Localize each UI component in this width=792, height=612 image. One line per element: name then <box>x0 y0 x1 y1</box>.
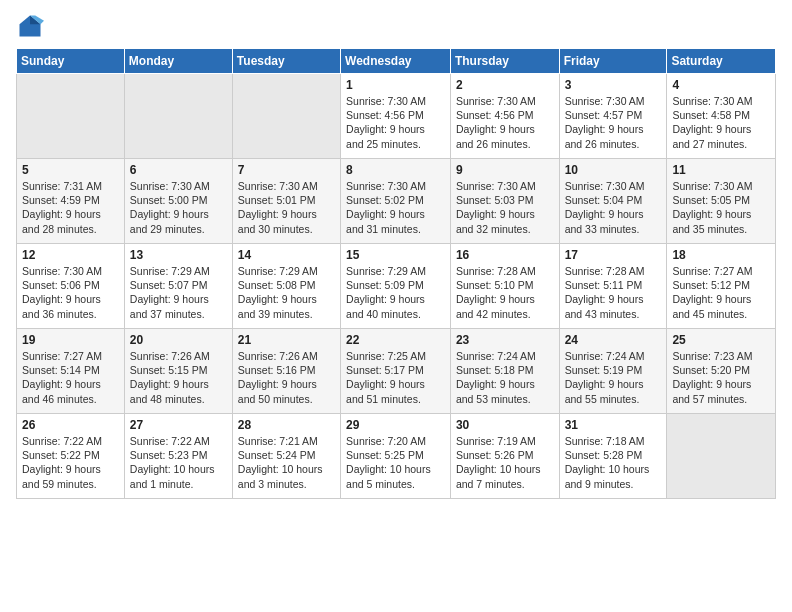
day-info: Sunrise: 7:29 AM Sunset: 5:09 PM Dayligh… <box>346 264 445 321</box>
calendar-cell: 15Sunrise: 7:29 AM Sunset: 5:09 PM Dayli… <box>341 244 451 329</box>
day-number: 23 <box>456 333 554 347</box>
calendar-cell: 1Sunrise: 7:30 AM Sunset: 4:56 PM Daylig… <box>341 74 451 159</box>
calendar-cell: 7Sunrise: 7:30 AM Sunset: 5:01 PM Daylig… <box>232 159 340 244</box>
day-info: Sunrise: 7:22 AM Sunset: 5:22 PM Dayligh… <box>22 434 119 491</box>
day-number: 19 <box>22 333 119 347</box>
day-info: Sunrise: 7:25 AM Sunset: 5:17 PM Dayligh… <box>346 349 445 406</box>
day-info: Sunrise: 7:24 AM Sunset: 5:18 PM Dayligh… <box>456 349 554 406</box>
day-info: Sunrise: 7:21 AM Sunset: 5:24 PM Dayligh… <box>238 434 335 491</box>
calendar-cell: 16Sunrise: 7:28 AM Sunset: 5:10 PM Dayli… <box>450 244 559 329</box>
logo-icon <box>16 12 44 40</box>
calendar-cell <box>232 74 340 159</box>
calendar-cell <box>124 74 232 159</box>
day-info: Sunrise: 7:29 AM Sunset: 5:08 PM Dayligh… <box>238 264 335 321</box>
day-info: Sunrise: 7:30 AM Sunset: 5:05 PM Dayligh… <box>672 179 770 236</box>
calendar-cell: 31Sunrise: 7:18 AM Sunset: 5:28 PM Dayli… <box>559 414 667 499</box>
day-info: Sunrise: 7:28 AM Sunset: 5:10 PM Dayligh… <box>456 264 554 321</box>
calendar-cell: 19Sunrise: 7:27 AM Sunset: 5:14 PM Dayli… <box>17 329 125 414</box>
calendar-cell: 6Sunrise: 7:30 AM Sunset: 5:00 PM Daylig… <box>124 159 232 244</box>
weekday-header-wednesday: Wednesday <box>341 49 451 74</box>
calendar-cell: 3Sunrise: 7:30 AM Sunset: 4:57 PM Daylig… <box>559 74 667 159</box>
calendar-cell <box>17 74 125 159</box>
day-info: Sunrise: 7:31 AM Sunset: 4:59 PM Dayligh… <box>22 179 119 236</box>
day-number: 26 <box>22 418 119 432</box>
calendar-cell: 14Sunrise: 7:29 AM Sunset: 5:08 PM Dayli… <box>232 244 340 329</box>
weekday-header-sunday: Sunday <box>17 49 125 74</box>
day-info: Sunrise: 7:30 AM Sunset: 5:03 PM Dayligh… <box>456 179 554 236</box>
calendar-cell: 22Sunrise: 7:25 AM Sunset: 5:17 PM Dayli… <box>341 329 451 414</box>
calendar-cell: 13Sunrise: 7:29 AM Sunset: 5:07 PM Dayli… <box>124 244 232 329</box>
day-info: Sunrise: 7:23 AM Sunset: 5:20 PM Dayligh… <box>672 349 770 406</box>
day-number: 20 <box>130 333 227 347</box>
day-number: 11 <box>672 163 770 177</box>
calendar-cell: 9Sunrise: 7:30 AM Sunset: 5:03 PM Daylig… <box>450 159 559 244</box>
day-number: 27 <box>130 418 227 432</box>
calendar-cell: 21Sunrise: 7:26 AM Sunset: 5:16 PM Dayli… <box>232 329 340 414</box>
weekday-header-saturday: Saturday <box>667 49 776 74</box>
calendar-cell: 18Sunrise: 7:27 AM Sunset: 5:12 PM Dayli… <box>667 244 776 329</box>
day-number: 31 <box>565 418 662 432</box>
weekday-header-friday: Friday <box>559 49 667 74</box>
calendar-cell: 29Sunrise: 7:20 AM Sunset: 5:25 PM Dayli… <box>341 414 451 499</box>
day-number: 8 <box>346 163 445 177</box>
calendar-cell: 5Sunrise: 7:31 AM Sunset: 4:59 PM Daylig… <box>17 159 125 244</box>
day-number: 1 <box>346 78 445 92</box>
day-info: Sunrise: 7:20 AM Sunset: 5:25 PM Dayligh… <box>346 434 445 491</box>
day-number: 9 <box>456 163 554 177</box>
day-info: Sunrise: 7:26 AM Sunset: 5:16 PM Dayligh… <box>238 349 335 406</box>
day-number: 3 <box>565 78 662 92</box>
week-row-5: 26Sunrise: 7:22 AM Sunset: 5:22 PM Dayli… <box>17 414 776 499</box>
day-info: Sunrise: 7:30 AM Sunset: 5:04 PM Dayligh… <box>565 179 662 236</box>
day-info: Sunrise: 7:27 AM Sunset: 5:12 PM Dayligh… <box>672 264 770 321</box>
day-info: Sunrise: 7:24 AM Sunset: 5:19 PM Dayligh… <box>565 349 662 406</box>
day-number: 29 <box>346 418 445 432</box>
week-row-3: 12Sunrise: 7:30 AM Sunset: 5:06 PM Dayli… <box>17 244 776 329</box>
day-number: 22 <box>346 333 445 347</box>
calendar-cell: 8Sunrise: 7:30 AM Sunset: 5:02 PM Daylig… <box>341 159 451 244</box>
day-number: 14 <box>238 248 335 262</box>
day-info: Sunrise: 7:22 AM Sunset: 5:23 PM Dayligh… <box>130 434 227 491</box>
calendar-cell: 26Sunrise: 7:22 AM Sunset: 5:22 PM Dayli… <box>17 414 125 499</box>
day-number: 17 <box>565 248 662 262</box>
weekday-header-monday: Monday <box>124 49 232 74</box>
day-number: 2 <box>456 78 554 92</box>
day-info: Sunrise: 7:19 AM Sunset: 5:26 PM Dayligh… <box>456 434 554 491</box>
day-number: 21 <box>238 333 335 347</box>
calendar-table: SundayMondayTuesdayWednesdayThursdayFrid… <box>16 48 776 499</box>
day-info: Sunrise: 7:28 AM Sunset: 5:11 PM Dayligh… <box>565 264 662 321</box>
day-number: 24 <box>565 333 662 347</box>
day-number: 18 <box>672 248 770 262</box>
weekday-header-thursday: Thursday <box>450 49 559 74</box>
day-info: Sunrise: 7:30 AM Sunset: 5:00 PM Dayligh… <box>130 179 227 236</box>
calendar-cell: 27Sunrise: 7:22 AM Sunset: 5:23 PM Dayli… <box>124 414 232 499</box>
calendar-cell: 30Sunrise: 7:19 AM Sunset: 5:26 PM Dayli… <box>450 414 559 499</box>
calendar-page: SundayMondayTuesdayWednesdayThursdayFrid… <box>0 0 792 612</box>
week-row-2: 5Sunrise: 7:31 AM Sunset: 4:59 PM Daylig… <box>17 159 776 244</box>
day-number: 5 <box>22 163 119 177</box>
weekday-header-row: SundayMondayTuesdayWednesdayThursdayFrid… <box>17 49 776 74</box>
day-number: 28 <box>238 418 335 432</box>
day-info: Sunrise: 7:30 AM Sunset: 5:02 PM Dayligh… <box>346 179 445 236</box>
day-number: 15 <box>346 248 445 262</box>
week-row-4: 19Sunrise: 7:27 AM Sunset: 5:14 PM Dayli… <box>17 329 776 414</box>
calendar-cell: 10Sunrise: 7:30 AM Sunset: 5:04 PM Dayli… <box>559 159 667 244</box>
day-info: Sunrise: 7:30 AM Sunset: 4:57 PM Dayligh… <box>565 94 662 151</box>
day-info: Sunrise: 7:27 AM Sunset: 5:14 PM Dayligh… <box>22 349 119 406</box>
calendar-cell: 24Sunrise: 7:24 AM Sunset: 5:19 PM Dayli… <box>559 329 667 414</box>
calendar-cell: 17Sunrise: 7:28 AM Sunset: 5:11 PM Dayli… <box>559 244 667 329</box>
calendar-cell: 11Sunrise: 7:30 AM Sunset: 5:05 PM Dayli… <box>667 159 776 244</box>
day-number: 10 <box>565 163 662 177</box>
day-info: Sunrise: 7:18 AM Sunset: 5:28 PM Dayligh… <box>565 434 662 491</box>
day-info: Sunrise: 7:30 AM Sunset: 4:56 PM Dayligh… <box>346 94 445 151</box>
weekday-header-tuesday: Tuesday <box>232 49 340 74</box>
day-info: Sunrise: 7:29 AM Sunset: 5:07 PM Dayligh… <box>130 264 227 321</box>
day-info: Sunrise: 7:30 AM Sunset: 5:06 PM Dayligh… <box>22 264 119 321</box>
day-number: 4 <box>672 78 770 92</box>
calendar-cell: 12Sunrise: 7:30 AM Sunset: 5:06 PM Dayli… <box>17 244 125 329</box>
day-number: 7 <box>238 163 335 177</box>
day-info: Sunrise: 7:30 AM Sunset: 4:58 PM Dayligh… <box>672 94 770 151</box>
day-info: Sunrise: 7:26 AM Sunset: 5:15 PM Dayligh… <box>130 349 227 406</box>
day-info: Sunrise: 7:30 AM Sunset: 5:01 PM Dayligh… <box>238 179 335 236</box>
day-number: 13 <box>130 248 227 262</box>
calendar-cell: 28Sunrise: 7:21 AM Sunset: 5:24 PM Dayli… <box>232 414 340 499</box>
